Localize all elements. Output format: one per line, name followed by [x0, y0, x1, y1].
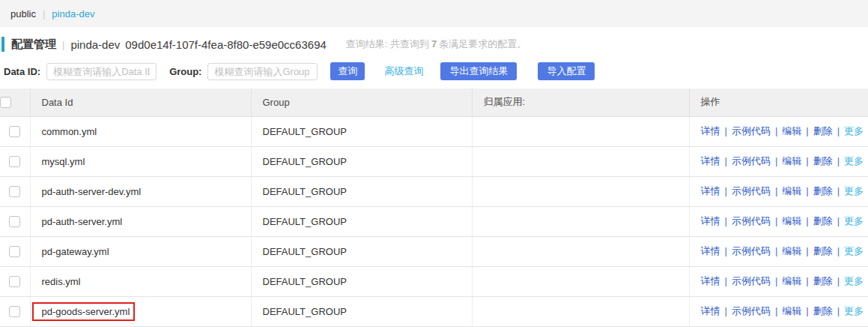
import-config-button[interactable]: 导入配置: [538, 62, 595, 80]
action-edit-link[interactable]: 编辑: [782, 245, 801, 256]
actions-cell: 详情|示例代码|编辑|删除|更多: [689, 146, 868, 176]
action-detail-link[interactable]: 详情: [701, 245, 720, 256]
table-row: pd-auth-server-dev.ymlDEFAULT_GROUP详情|示例…: [0, 176, 868, 206]
action-detail-link[interactable]: 详情: [701, 305, 720, 316]
action-delete-link[interactable]: 删除: [813, 125, 833, 136]
action-example-code-link[interactable]: 示例代码: [732, 185, 771, 196]
action-more-link[interactable]: 更多: [844, 125, 864, 136]
action-delete-link[interactable]: 删除: [813, 275, 833, 286]
action-delete-link[interactable]: 删除: [813, 245, 833, 256]
action-separator: |: [806, 125, 808, 136]
table-row: pd-gateway.ymlDEFAULT_GROUP详情|示例代码|编辑|删除…: [0, 236, 868, 266]
namespace-tab-public[interactable]: public: [10, 8, 36, 20]
search-toolbar: Data ID: Group: 查询 高级查询 导出查询结果 导入配置: [4, 62, 868, 81]
column-header-data-id: Data Id: [30, 88, 251, 116]
action-detail-link[interactable]: 详情: [701, 125, 720, 136]
row-checkbox[interactable]: [9, 276, 20, 287]
annotation-red-box: pd-goods-server.yml: [32, 302, 136, 321]
action-separator: |: [775, 215, 777, 226]
action-more-link[interactable]: 更多: [844, 215, 864, 226]
action-edit-link[interactable]: 编辑: [782, 305, 801, 316]
action-detail-link[interactable]: 详情: [701, 185, 720, 196]
action-edit-link[interactable]: 编辑: [782, 185, 801, 196]
action-delete-link[interactable]: 删除: [813, 215, 833, 226]
data-id-input[interactable]: [46, 63, 157, 80]
action-delete-link[interactable]: 删除: [813, 155, 833, 166]
action-edit-link[interactable]: 编辑: [782, 275, 801, 286]
group-cell: DEFAULT_GROUP: [251, 236, 472, 266]
row-checkbox[interactable]: [9, 126, 20, 137]
table-row: pd-goods-server.ymlDEFAULT_GROUP详情|示例代码|…: [0, 296, 868, 326]
data-id-text: pd-gateway.yml: [42, 246, 109, 257]
action-separator: |: [806, 185, 808, 196]
breadcrumb-separator: |: [43, 8, 45, 20]
row-checkbox[interactable]: [9, 186, 20, 197]
action-example-code-link[interactable]: 示例代码: [732, 245, 771, 256]
row-checkbox[interactable]: [9, 246, 20, 257]
select-all-checkbox[interactable]: [0, 97, 11, 108]
result-count: 7: [431, 38, 437, 50]
action-separator: |: [775, 125, 777, 136]
action-separator: |: [775, 305, 777, 316]
column-header-actions: 操作: [689, 88, 868, 116]
data-id-cell: pd-auth-server.yml: [30, 206, 251, 236]
data-id-cell: redis.yml: [30, 266, 251, 296]
action-more-link[interactable]: 更多: [844, 155, 864, 166]
action-delete-link[interactable]: 删除: [813, 305, 833, 316]
action-more-link[interactable]: 更多: [844, 305, 864, 316]
action-separator: |: [775, 275, 777, 286]
action-detail-link[interactable]: 详情: [701, 215, 720, 226]
action-more-link[interactable]: 更多: [844, 275, 864, 286]
advanced-search-link[interactable]: 高级查询: [384, 64, 423, 78]
action-example-code-link[interactable]: 示例代码: [732, 275, 771, 286]
group-cell: DEFAULT_GROUP: [251, 176, 472, 206]
action-detail-link[interactable]: 详情: [701, 275, 720, 286]
action-more-link[interactable]: 更多: [844, 245, 864, 256]
search-button[interactable]: 查询: [330, 62, 365, 80]
column-header-app: 归属应用:: [472, 88, 689, 116]
table-row: pd-auth-server.ymlDEFAULT_GROUP详情|示例代码|编…: [0, 206, 868, 236]
action-separator: |: [806, 215, 808, 226]
action-detail-link[interactable]: 详情: [701, 155, 720, 166]
data-id-label: Data ID:: [4, 66, 40, 77]
action-separator: |: [725, 155, 727, 166]
action-edit-link[interactable]: 编辑: [782, 215, 801, 226]
action-delete-link[interactable]: 删除: [813, 185, 833, 196]
action-separator: |: [837, 125, 840, 136]
table-row: common.ymlDEFAULT_GROUP详情|示例代码|编辑|删除|更多: [0, 116, 868, 146]
action-edit-link[interactable]: 编辑: [782, 155, 801, 166]
action-example-code-link[interactable]: 示例代码: [732, 215, 771, 226]
row-checkbox[interactable]: [9, 156, 20, 167]
group-cell: DEFAULT_GROUP: [251, 116, 472, 146]
action-separator: |: [806, 275, 808, 286]
page-header: 配置管理 | pinda-dev09d0e14f-107f-4fea-8f80-…: [1, 34, 868, 54]
action-example-code-link[interactable]: 示例代码: [732, 125, 771, 136]
query-result-text: 查询结果: 共查询到7条满足要求的配置。: [346, 38, 526, 51]
row-checkbox[interactable]: [9, 216, 20, 227]
action-separator: |: [725, 245, 727, 256]
page-title: 配置管理: [11, 38, 56, 52]
namespace-tab-pinda-dev[interactable]: pinda-dev: [52, 8, 94, 20]
row-checkbox[interactable]: [9, 306, 20, 317]
action-example-code-link[interactable]: 示例代码: [732, 305, 771, 316]
actions-cell: 详情|示例代码|编辑|删除|更多: [689, 296, 868, 326]
config-table-body: common.ymlDEFAULT_GROUP详情|示例代码|编辑|删除|更多m…: [0, 116, 868, 326]
action-example-code-link[interactable]: 示例代码: [732, 155, 771, 166]
namespace-id: 09d0e14f-107f-4fea-8f80-e59e0cc63694: [125, 38, 327, 51]
action-more-link[interactable]: 更多: [844, 185, 864, 196]
export-results-button[interactable]: 导出查询结果: [440, 62, 517, 80]
app-cell: [472, 116, 689, 146]
action-separator: |: [837, 305, 840, 316]
action-edit-link[interactable]: 编辑: [782, 125, 801, 136]
action-separator: |: [725, 275, 727, 286]
namespace-name: pinda-dev: [70, 38, 120, 51]
action-separator: |: [725, 185, 727, 196]
data-id-cell: pd-goods-server.yml: [30, 296, 251, 326]
config-table: Data Id Group 归属应用: 操作 common.ymlDEFAULT…: [0, 88, 868, 327]
app-cell: [472, 296, 689, 326]
actions-cell: 详情|示例代码|编辑|删除|更多: [689, 206, 868, 236]
column-header-group: Group: [251, 88, 472, 116]
app-cell: [472, 266, 689, 296]
group-input[interactable]: [207, 63, 318, 80]
action-separator: |: [725, 215, 727, 226]
